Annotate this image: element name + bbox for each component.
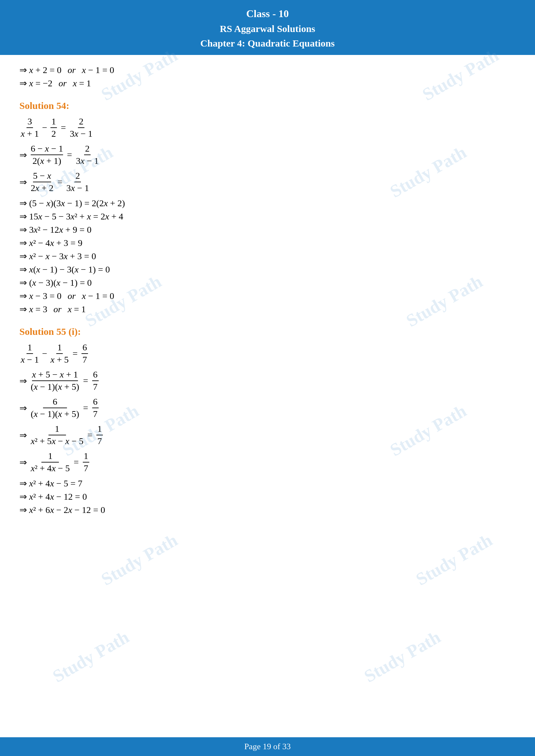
s54-line-8: ⇒ x² − x − 3x + 3 = 0 — [19, 251, 516, 261]
header-line3: Chapter 4: Quadratic Equations — [3, 36, 532, 50]
page-footer: Page 19 of 33 — [0, 737, 535, 756]
header-line1: Class - 10 — [3, 6, 532, 21]
solution-54-block: Solution 54: 3 x + 1 − 1 2 = 2 3x − 1 ⇒ … — [19, 100, 516, 314]
page-header: Class - 10 RS Aggarwal Solutions Chapter… — [0, 0, 535, 55]
watermark-12: Study Path — [360, 627, 444, 687]
s55-line-3: ⇒ 6 (x − 1)(x + 5) = 6 7 — [19, 396, 516, 419]
intro-line-1: ⇒ x + 2 = 0 or x − 1 = 0 — [19, 65, 516, 75]
s55-line-6: ⇒ x² + 4x − 5 = 7 — [19, 478, 516, 489]
s54-line-11: ⇒ x − 3 = 0 or x − 1 = 0 — [19, 290, 516, 301]
s55-line-5: ⇒ 1 x² + 4x − 5 = 1 7 — [19, 451, 516, 473]
intro-line-2: ⇒ x = −2 or x = 1 — [19, 78, 516, 89]
s54-line-5: ⇒ 15x − 5 − 3x² + x = 2x + 4 — [19, 211, 516, 222]
s55-line-4: ⇒ 1 x² + 5x − x − 5 = 1 7 — [19, 424, 516, 446]
s54-line-4: ⇒ (5 − x)(3x − 1) = 2(2x + 2) — [19, 198, 516, 208]
s54-line-12: ⇒ x = 3 or x = 1 — [19, 304, 516, 314]
s55-line-1: 1 x − 1 − 1 x + 5 = 6 7 — [19, 342, 516, 365]
s54-line-9: ⇒ x(x − 1) − 3(x − 1) = 0 — [19, 264, 516, 275]
solution-55i-title: Solution 55 (i): — [19, 326, 516, 337]
s55-line-7: ⇒ x² + 4x − 12 = 0 — [19, 491, 516, 502]
s54-line-2: ⇒ 6 − x − 1 2(x + 1) = 2 3x − 1 — [19, 144, 516, 166]
main-content: ⇒ x + 2 = 0 or x − 1 = 0 ⇒ x = −2 or x =… — [0, 55, 535, 540]
s54-line-10: ⇒ (x − 3)(x − 1) = 0 — [19, 277, 516, 288]
s54-line-1: 3 x + 1 − 1 2 = 2 3x − 1 — [19, 116, 516, 139]
s54-line-6: ⇒ 3x² − 12x + 9 = 0 — [19, 224, 516, 235]
header-line2: RS Aggarwal Solutions — [3, 21, 532, 36]
s54-line-3: ⇒ 5 − x 2x + 2 = 2 3x − 1 — [19, 171, 516, 193]
solution-54-title: Solution 54: — [19, 100, 516, 111]
footer-text: Page 19 of 33 — [244, 742, 291, 751]
s55-line-2: ⇒ x + 5 − x + 1 (x − 1)(x + 5) = 6 7 — [19, 369, 516, 392]
intro-block: ⇒ x + 2 = 0 or x − 1 = 0 ⇒ x = −2 or x =… — [19, 65, 516, 89]
watermark-11: Study Path — [49, 627, 133, 687]
solution-55i-block: Solution 55 (i): 1 x − 1 − 1 x + 5 = 6 7… — [19, 326, 516, 515]
s55-line-8: ⇒ x² + 6x − 2x − 12 = 0 — [19, 504, 516, 515]
s54-line-7: ⇒ x² − 4x + 3 = 9 — [19, 237, 516, 248]
